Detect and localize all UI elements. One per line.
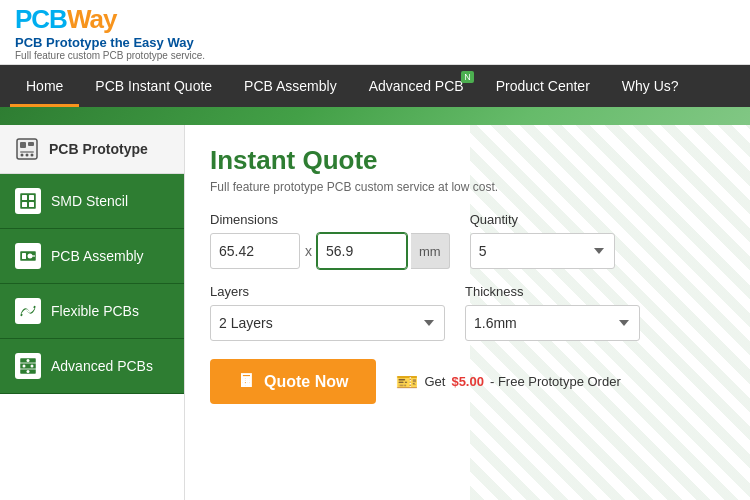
layers-select[interactable]: 1 Layer 2 Layers 4 Layers 6 Layers 8 Lay… [210,305,445,341]
pcb-assembly-icon [15,243,41,269]
form-row-dim-qty: Dimensions x mm Quantity 5 10 15 20 [210,212,725,269]
sidebar-header-label: PCB Prototype [49,141,148,157]
green-bar [0,107,750,125]
svg-point-5 [26,154,29,157]
bottom-action-row: 🖩 Quote Now 🎫 Get $5.00 - Free Prototype… [210,359,725,404]
thickness-select[interactable]: 0.4mm 0.6mm 0.8mm 1.0mm 1.2mm 1.6mm 2.0m… [465,305,640,341]
instant-quote-subtitle: Full feature prototype PCB custom servic… [210,180,725,194]
layers-label: Layers [210,284,445,299]
dim-separator: x [305,243,312,259]
smd-stencil-icon [15,188,41,214]
nav-item-home[interactable]: Home [10,65,79,107]
content-area: Instant Quote Full feature prototype PCB… [185,125,750,500]
sidebar-header: PCB Prototype [0,125,184,174]
promo-amount: $5.00 [451,374,484,389]
quantity-select[interactable]: 5 10 15 20 25 50 100 [470,233,615,269]
svg-rect-9 [29,195,34,200]
main-nav: Home PCB Instant Quote PCB Assembly Adva… [0,65,750,107]
sidebar-item-advanced-pcbs[interactable]: Advanced PCBs [0,339,184,394]
dimensions-inputs: x mm [210,233,450,269]
dimension-height-input[interactable] [317,233,407,269]
svg-point-20 [23,365,26,368]
smd-stencil-label: SMD Stencil [51,193,128,209]
sidebar: PCB Prototype SMD Stencil [0,125,185,500]
layers-group: Layers 1 Layer 2 Layers 4 Layers 6 Layer… [210,284,445,341]
nav-item-why-us[interactable]: Why Us? [606,65,695,107]
quote-now-button[interactable]: 🖩 Quote Now [210,359,376,404]
dimensions-label: Dimensions [210,212,450,227]
svg-point-21 [27,359,30,362]
quantity-label: Quantity [470,212,615,227]
quote-btn-label: Quote Now [264,373,348,391]
logo: PCBWay [15,4,205,35]
sidebar-item-flexible-pcbs[interactable]: Flexible PCBs [0,284,184,339]
sidebar-item-pcb-assembly[interactable]: PCB Assembly [0,229,184,284]
thickness-label: Thickness [465,284,640,299]
promo-suffix: - Free Prototype Order [490,374,621,389]
main-content: PCB Prototype SMD Stencil [0,125,750,500]
logo-sub: Full feature custom PCB prototype servic… [15,50,205,61]
svg-rect-8 [22,195,27,200]
flexible-pcbs-icon [15,298,41,324]
svg-rect-13 [22,253,26,259]
calculator-icon: 🖩 [238,371,256,392]
nav-item-pcb-assembly[interactable]: PCB Assembly [228,65,353,107]
sidebar-item-smd-stencil[interactable]: SMD Stencil [0,174,184,229]
logo-tagline: PCB Prototype the Easy Way [15,35,205,50]
logo-area: PCBWay PCB Prototype the Easy Way Full f… [15,4,205,61]
flexible-pcbs-label: Flexible PCBs [51,303,139,319]
thickness-group: Thickness 0.4mm 0.6mm 0.8mm 1.0mm 1.2mm … [465,284,640,341]
svg-point-6 [31,154,34,157]
nav-item-pcb-instant-quote[interactable]: PCB Instant Quote [79,65,228,107]
advanced-pcb-badge: N [461,71,474,83]
promo-message: 🎫 Get $5.00 - Free Prototype Order [396,371,620,393]
content-inner: Instant Quote Full feature prototype PCB… [210,145,725,404]
dim-unit-label: mm [411,233,450,269]
svg-rect-3 [20,151,34,153]
nav-item-advanced-pcb[interactable]: Advanced PCB N [353,65,480,107]
promo-get: Get [424,374,445,389]
advanced-pcbs-icon [15,353,41,379]
dimensions-group: Dimensions x mm [210,212,450,269]
promo-icon: 🎫 [396,371,418,393]
svg-rect-2 [28,142,34,146]
dimension-width-input[interactable] [210,233,300,269]
form-row-layers-thickness: Layers 1 Layer 2 Layers 4 Layers 6 Layer… [210,284,725,341]
quantity-group: Quantity 5 10 15 20 25 50 100 [470,212,615,269]
instant-quote-title: Instant Quote [210,145,725,176]
svg-point-22 [31,365,34,368]
svg-point-23 [27,370,30,373]
page-header: PCBWay PCB Prototype the Easy Way Full f… [0,0,750,65]
svg-point-14 [28,254,33,259]
svg-point-4 [21,154,24,157]
pcb-prototype-icon [15,137,39,161]
nav-item-product-center[interactable]: Product Center [480,65,606,107]
svg-rect-1 [20,142,26,148]
svg-rect-10 [22,202,27,207]
pcb-assembly-label: PCB Assembly [51,248,144,264]
svg-rect-11 [29,202,34,207]
advanced-pcbs-label: Advanced PCBs [51,358,153,374]
